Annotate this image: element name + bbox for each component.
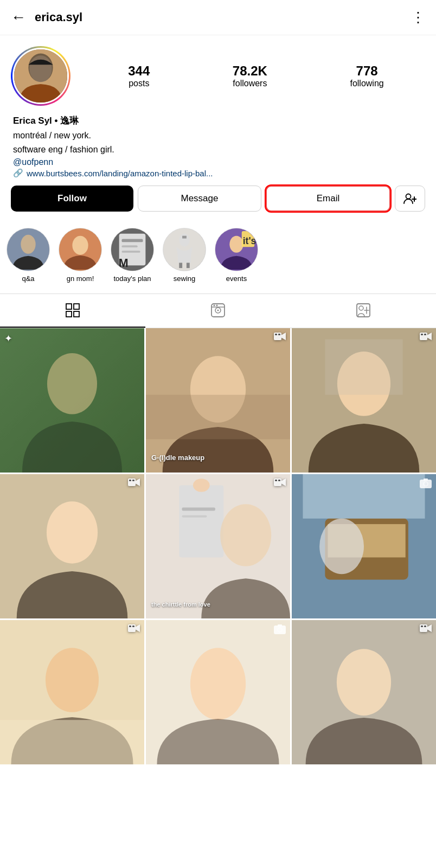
svg-rect-59	[132, 480, 134, 481]
tagged-icon	[356, 303, 371, 318]
grid-item-8[interactable]	[146, 620, 290, 764]
header: ← erica.syl ⋮	[0, 0, 436, 35]
grid-item-5[interactable]: the chirttle from love	[146, 474, 290, 618]
bio-section: Erica Syl • 逸琳 montréal / new york. soft…	[11, 114, 425, 178]
photo-grid: ✦ G-(I)dle makeup	[0, 328, 436, 764]
tab-reels[interactable]	[145, 294, 291, 328]
svg-rect-86	[274, 626, 286, 634]
highlight-sewing[interactable]: sewing	[163, 228, 206, 283]
highlight-qa[interactable]: q&a	[7, 228, 50, 283]
photo-icon-8	[274, 624, 286, 636]
svg-text:it's: it's	[243, 235, 257, 246]
grid-item-6[interactable]	[292, 474, 436, 618]
followers-count: 78.2K	[233, 63, 267, 79]
grid-overlay-text-2: G-(I)dle makeup	[151, 454, 285, 462]
svg-rect-58	[129, 480, 131, 481]
bio-url-link[interactable]: 🔗 www.burtsbees.com/landing/amazon-tinte…	[13, 168, 423, 178]
svg-point-36	[359, 306, 363, 310]
highlight-circle-gnmom	[59, 228, 102, 271]
stats-row: 344 posts 78.2K followers 778 following	[87, 63, 425, 88]
video-icon-3	[420, 333, 432, 345]
svg-rect-80	[0, 720, 144, 764]
svg-rect-26	[74, 304, 79, 309]
svg-rect-45	[146, 395, 290, 439]
stat-posts[interactable]: 344 posts	[128, 63, 150, 88]
bio-mention-link[interactable]: @uofpenn	[13, 157, 423, 167]
svg-point-73	[319, 519, 364, 574]
svg-point-85	[190, 648, 246, 720]
svg-rect-42	[0, 328, 144, 473]
profile-section: 344 posts 78.2K followers 778 following …	[0, 35, 436, 212]
svg-rect-52	[420, 333, 427, 340]
tab-tagged[interactable]	[291, 294, 436, 328]
highlight-label-sewing: sewing	[174, 275, 195, 283]
svg-point-22	[229, 236, 243, 253]
svg-point-62	[193, 478, 210, 492]
highlight-circle-sewing	[163, 228, 206, 271]
svg-rect-93	[424, 626, 426, 627]
svg-rect-47	[275, 334, 277, 335]
svg-rect-68	[278, 480, 280, 481]
more-options-button[interactable]: ⋮	[411, 9, 425, 26]
follow-button[interactable]: Follow	[11, 186, 133, 212]
svg-rect-53	[421, 334, 423, 335]
add-friend-button[interactable]	[395, 186, 425, 212]
svg-rect-27	[66, 311, 72, 317]
highlight-todaysplan[interactable]: M today's plan	[111, 228, 154, 283]
video-icon-4	[128, 478, 140, 491]
stat-followers[interactable]: 78.2K followers	[233, 63, 267, 88]
svg-rect-83	[132, 626, 134, 627]
grid-icon	[65, 303, 80, 318]
back-button[interactable]: ←	[11, 9, 26, 26]
posts-label: posts	[129, 79, 149, 88]
highlight-gnmom[interactable]: gn mom!	[59, 228, 102, 283]
svg-rect-51	[325, 339, 402, 394]
following-label: following	[350, 79, 383, 88]
grid-item-2[interactable]: G-(I)dle makeup	[146, 328, 290, 473]
grid-item-1[interactable]: ✦	[0, 328, 144, 473]
svg-rect-76	[424, 478, 428, 481]
svg-rect-54	[424, 334, 426, 335]
stat-following[interactable]: 778 following	[350, 63, 383, 88]
svg-rect-12	[122, 239, 143, 242]
svg-rect-67	[275, 480, 277, 481]
svg-rect-46	[274, 333, 281, 340]
svg-rect-13	[122, 245, 138, 247]
grid-item-4[interactable]	[0, 474, 144, 618]
svg-rect-92	[421, 626, 423, 627]
svg-point-31	[217, 310, 219, 311]
highlight-label-gnmom: gn mom!	[67, 275, 94, 283]
profile-display-name: Erica Syl • 逸琳	[13, 114, 423, 127]
video-icon-9	[420, 624, 432, 637]
svg-rect-18	[182, 236, 187, 239]
svg-rect-91	[420, 624, 427, 632]
message-button[interactable]: Message	[138, 186, 261, 212]
avatar-wrapper[interactable]	[11, 46, 70, 106]
link-icon: 🔗	[13, 168, 23, 178]
add-friend-icon	[403, 193, 416, 205]
grid-item-3[interactable]	[292, 328, 436, 473]
highlight-events[interactable]: it's events	[215, 228, 258, 283]
svg-rect-25	[66, 304, 72, 309]
svg-rect-28	[74, 311, 79, 317]
grid-item-9[interactable]	[292, 620, 436, 764]
highlight-label-qa: q&a	[22, 275, 34, 283]
svg-rect-14	[122, 251, 140, 253]
bio-line2: software eng / fashion girl.	[13, 143, 423, 156]
svg-rect-88	[278, 624, 282, 627]
video-icon-5	[274, 478, 286, 491]
svg-rect-81	[128, 624, 136, 632]
highlight-circle-qa	[7, 228, 50, 271]
video-icon-2	[274, 333, 286, 345]
photo-icon-6	[420, 478, 432, 490]
email-button[interactable]: Email	[266, 186, 390, 212]
svg-rect-63	[182, 507, 215, 510]
grid-item-7[interactable]	[0, 620, 144, 764]
highlight-circle-events: it's	[215, 228, 258, 271]
sparkle-icon-1: ✦	[4, 333, 12, 344]
action-buttons: Follow Message Email	[11, 186, 425, 212]
svg-rect-74	[420, 480, 432, 488]
reels-icon	[210, 303, 226, 318]
svg-text:M: M	[119, 257, 129, 270]
tab-grid[interactable]	[0, 294, 145, 328]
